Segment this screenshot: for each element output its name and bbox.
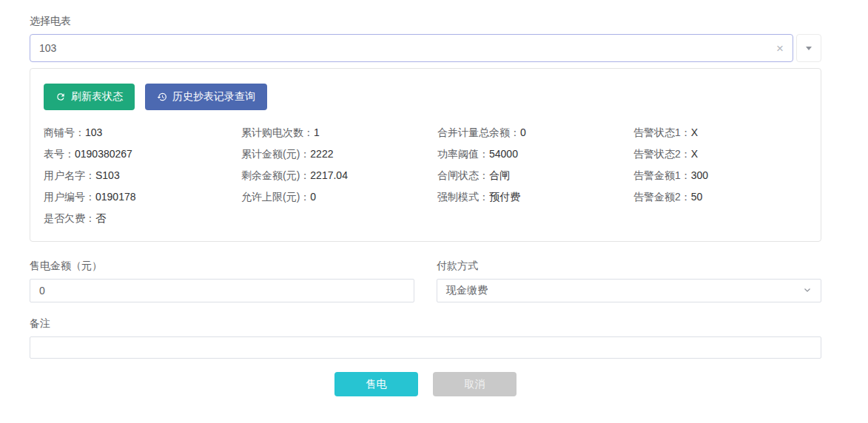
history-button-label: 历史抄表记录查询 bbox=[172, 90, 255, 104]
info-value: 否 bbox=[95, 212, 106, 224]
info-item-purchase-count: 累计购电次数：1 bbox=[241, 122, 437, 143]
info-column-3: 合并计量总余额：0 功率阈值：54000 合闸状态：合闸 强制模式：预付费 bbox=[437, 122, 633, 229]
info-label: 告警金额2： bbox=[633, 191, 691, 203]
sale-form-row: 售电金额（元） 付款方式 现金缴费 bbox=[30, 258, 821, 302]
info-label: 剩余金额(元)： bbox=[241, 169, 310, 181]
info-item-user-name: 用户名字：S103 bbox=[44, 165, 241, 186]
info-item-remaining-amount: 剩余金额(元)：2217.04 bbox=[241, 165, 437, 186]
info-item-alarm-amount-2: 告警金额2：50 bbox=[633, 186, 807, 208]
payment-method-select[interactable]: 现金缴费 bbox=[437, 279, 821, 302]
remark-input[interactable] bbox=[30, 336, 821, 359]
info-label: 告警状态2： bbox=[633, 148, 691, 160]
info-item-power-threshold: 功率阈值：54000 bbox=[437, 143, 633, 165]
info-value: 103 bbox=[85, 126, 102, 138]
info-item-alarm-status-1: 告警状态1：X bbox=[633, 122, 807, 143]
amount-input[interactable] bbox=[30, 279, 414, 302]
history-records-button[interactable]: 历史抄表记录查询 bbox=[145, 84, 267, 110]
info-item-arrears: 是否欠费：否 bbox=[44, 208, 241, 229]
info-item-alarm-amount-1: 告警金额1：300 bbox=[633, 165, 807, 186]
info-item-forced-mode: 强制模式：预付费 bbox=[437, 186, 633, 208]
info-column-1: 商铺号：103 表号：0190380267 用户名字：S103 用户编号：019… bbox=[44, 122, 241, 229]
meter-dropdown-toggle[interactable] bbox=[796, 34, 821, 62]
info-label: 是否欠费： bbox=[44, 212, 95, 224]
info-value: 0190178 bbox=[95, 191, 136, 203]
info-column-4: 告警状态1：X 告警状态2：X 告警金额1：300 告警金额2：50 bbox=[633, 122, 807, 229]
info-label: 用户编号： bbox=[44, 191, 95, 203]
amount-field-group: 售电金额（元） bbox=[30, 258, 414, 302]
info-item-user-id: 用户编号：0190178 bbox=[44, 186, 241, 208]
info-label: 商铺号： bbox=[44, 126, 85, 138]
info-item-total-amount: 累计金额(元)：2222 bbox=[241, 143, 437, 165]
info-value: 合闸 bbox=[489, 169, 510, 181]
info-value: X bbox=[691, 126, 698, 138]
info-item-combined-balance: 合并计量总余额：0 bbox=[437, 122, 633, 143]
refresh-button-label: 刷新表状态 bbox=[71, 90, 123, 104]
info-value: 2222 bbox=[310, 148, 333, 160]
payment-label: 付款方式 bbox=[437, 258, 821, 273]
info-value: X bbox=[691, 148, 698, 160]
info-label: 累计金额(元)： bbox=[241, 148, 310, 160]
info-label: 累计购电次数： bbox=[241, 126, 314, 138]
info-label: 合并计量总余额： bbox=[437, 126, 520, 138]
history-icon bbox=[157, 92, 167, 102]
info-label: 功率阈值： bbox=[437, 148, 489, 160]
meter-select-input[interactable] bbox=[39, 42, 770, 54]
remark-field-group: 备注 bbox=[30, 316, 821, 359]
chevron-down-icon bbox=[803, 285, 812, 297]
info-value: 0 bbox=[520, 126, 526, 138]
info-item-allowed-limit: 允许上限(元)：0 bbox=[241, 186, 437, 208]
info-value: S103 bbox=[95, 169, 120, 181]
info-value: 预付费 bbox=[489, 191, 520, 203]
info-label: 告警状态1： bbox=[633, 126, 691, 138]
refresh-meter-status-button[interactable]: 刷新表状态 bbox=[44, 84, 135, 110]
info-value: 2217.04 bbox=[310, 169, 348, 181]
info-value: 0 bbox=[310, 191, 316, 203]
info-item-switch-status: 合闸状态：合闸 bbox=[437, 165, 633, 186]
info-label: 强制模式： bbox=[437, 191, 489, 203]
clear-icon[interactable]: × bbox=[776, 42, 784, 55]
info-label: 合闸状态： bbox=[437, 169, 489, 181]
info-label: 表号： bbox=[44, 148, 75, 160]
info-value: 50 bbox=[691, 191, 703, 203]
card-toolbar: 刷新表状态 历史抄表记录查询 bbox=[44, 84, 807, 110]
refresh-icon bbox=[55, 92, 66, 102]
cancel-button[interactable]: 取消 bbox=[433, 372, 517, 396]
sell-electricity-page: 选择电表 × 刷新表状态 bbox=[0, 0, 868, 396]
info-value: 1 bbox=[314, 126, 320, 138]
sell-button[interactable]: 售电 bbox=[334, 372, 418, 396]
info-value: 300 bbox=[691, 169, 708, 181]
action-buttons: 售电 取消 bbox=[30, 372, 821, 396]
info-label: 允许上限(元)： bbox=[241, 191, 310, 203]
info-column-2: 累计购电次数：1 累计金额(元)：2222 剩余金额(元)：2217.04 允许… bbox=[241, 122, 437, 229]
amount-label: 售电金额（元） bbox=[30, 258, 414, 273]
info-item-alarm-status-2: 告警状态2：X bbox=[633, 143, 807, 165]
meter-info-grid: 商铺号：103 表号：0190380267 用户名字：S103 用户编号：019… bbox=[44, 122, 807, 229]
meter-select-label: 选择电表 bbox=[30, 13, 821, 28]
meter-combobox: × bbox=[30, 34, 821, 62]
meter-info-card: 刷新表状态 历史抄表记录查询 商铺号：103 表号：0190380267 bbox=[30, 68, 821, 242]
payment-method-value: 现金缴费 bbox=[446, 284, 488, 297]
info-value: 54000 bbox=[489, 148, 518, 160]
info-item-shop-number: 商铺号：103 bbox=[44, 122, 241, 143]
payment-field-group: 付款方式 现金缴费 bbox=[437, 258, 821, 302]
meter-select-field[interactable]: × bbox=[30, 34, 793, 62]
info-label: 用户名字： bbox=[44, 169, 95, 181]
remark-label: 备注 bbox=[30, 316, 821, 331]
info-value: 0190380267 bbox=[75, 148, 132, 160]
info-item-meter-number: 表号：0190380267 bbox=[44, 143, 241, 165]
info-label: 告警金额1： bbox=[633, 169, 691, 181]
caret-down-icon bbox=[806, 47, 812, 50]
